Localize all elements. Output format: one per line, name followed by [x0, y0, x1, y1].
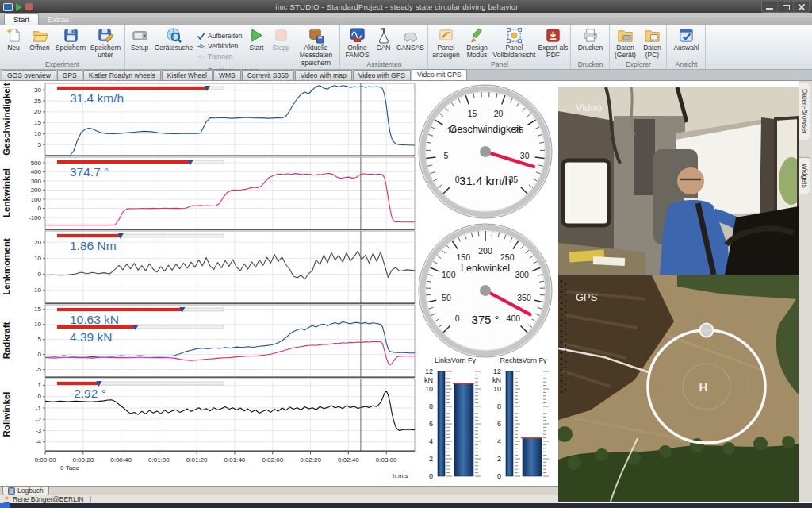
ribbon-button-setup[interactable]: Setup: [127, 25, 152, 67]
ribbon-button-cansas[interactable]: CANSAS: [394, 25, 426, 60]
gauge-hub: [480, 146, 491, 157]
start-play-icon: [248, 27, 265, 44]
bar-value: [454, 383, 473, 476]
y-tick-label: 5: [38, 141, 42, 148]
folder-device-icon: [617, 27, 634, 44]
logbuch-label: Logbuch: [17, 487, 44, 495]
ribbon-button-label: Öffnen: [29, 44, 49, 52]
ribbon-button-trennen[interactable]: Trennen: [197, 52, 242, 61]
strip-chart-lenkwinkel[interactable]: -1000100200300400500374.7 °Lenkwinkel: [0, 156, 420, 230]
page-tab-video-with-map[interactable]: Video with map: [295, 70, 352, 80]
bar-scale-label: 4: [429, 437, 433, 445]
ribbon-button-daten-pc-[interactable]: Daten (PC): [639, 25, 665, 60]
strip-chart-lenkmoment[interactable]: -10010201.86 NmLenkmoment: [0, 230, 420, 304]
ribbon-button-daten-gerät-[interactable]: Daten (Gerät): [611, 25, 638, 60]
ribbon-button-aufbereiten[interactable]: Aufbereiten: [197, 32, 242, 40]
ribbon-button-auswahl[interactable]: Auswahl: [668, 25, 703, 60]
run-icon[interactable]: [16, 3, 22, 11]
panel-fullscreen-icon: [506, 27, 523, 44]
ribbon-button-design-modus[interactable]: Design Modus: [462, 25, 491, 60]
ribbon-tab-start[interactable]: Start: [4, 13, 39, 25]
ribbon-button-panel-anzeigen[interactable]: Panel anzeigen: [430, 25, 462, 60]
ribbon-button-start[interactable]: Start: [244, 25, 268, 67]
stop-icon[interactable]: [25, 3, 33, 10]
channel-value: -2.92 °: [70, 387, 106, 400]
gps-position-marker: [700, 324, 714, 337]
ribbon-button-label: Gerätesuche: [155, 44, 193, 52]
video-panel-label: Video: [576, 102, 602, 114]
gauge-value: 375 °: [471, 313, 499, 326]
gps-panel: H GPS: [558, 275, 799, 502]
ribbon-button-gerätesuche[interactable]: Gerätesuche: [153, 25, 194, 67]
taskbar-strip: [0, 503, 812, 508]
ribbon-button-online-famos[interactable]: Online FAMOS: [342, 25, 372, 60]
y-tick-label: 0: [38, 351, 42, 358]
page-tab-video-with-gps[interactable]: Video with GPS: [353, 70, 411, 80]
strip-chart-geschwindigkeit[interactable]: 5101520253031.4 km/hGeschwindigkeit: [0, 83, 420, 156]
ribbon-button-drucken[interactable]: Drucken: [573, 25, 607, 60]
page-tab-gps[interactable]: GPS: [57, 70, 82, 80]
video-frame: Video: [558, 87, 799, 275]
page-tab-correvit-s350[interactable]: Correvit S350: [242, 70, 294, 80]
y-tick-label: 0: [38, 205, 42, 212]
side-tab-daten-browser[interactable]: Daten-Browser: [799, 83, 810, 140]
ribbon-button-aktuelle-messdaten-speichern[interactable]: Aktuelle Messdaten speichern: [293, 25, 338, 67]
gauge-scale-label: 400: [507, 314, 521, 323]
page-tab-gos-overview[interactable]: GOS overview: [2, 70, 56, 80]
ribbon-group-caption: Explorer: [611, 60, 665, 69]
x-tick-label: 0:02:40: [338, 456, 359, 464]
printer-icon: [582, 27, 599, 44]
ribbon-button-stopp[interactable]: Stopp: [269, 25, 293, 67]
y-tick-label: 15: [34, 119, 41, 126]
restore-button[interactable]: [778, 2, 794, 12]
ribbon-button-export-als-pdf[interactable]: Export als PDF: [537, 25, 569, 60]
ribbon-tab-extras[interactable]: Extras: [39, 14, 78, 25]
imc-logo-icon: [3, 3, 13, 11]
ribbon-button-speichern[interactable]: Speichern: [54, 25, 87, 60]
page-tab-kistler-wheel[interactable]: Kistler Wheel: [162, 70, 213, 80]
ribbon-button-neu[interactable]: Neu: [2, 25, 25, 60]
gauge-value: 31.4 km/h: [459, 174, 511, 187]
ribbon-group-caption: Assistenten: [342, 60, 426, 69]
y-tick-label: 10: [34, 255, 41, 262]
open-folder-icon: [32, 27, 48, 44]
ribbon-button-can[interactable]: CAN: [373, 25, 393, 60]
channel-name-label: Lenkwinkel: [2, 168, 11, 217]
close-button[interactable]: [794, 2, 809, 12]
y-tick-label: 200: [31, 187, 42, 194]
ribbon-button-label: Drucken: [578, 44, 603, 52]
bar-scale-label: 12: [493, 368, 501, 375]
ribbon-button-label: Daten (PC): [639, 44, 665, 60]
strip-chart-rollwinkel[interactable]: -4-3-2-101-2.92 °Rollwinkel: [0, 378, 420, 452]
gauge-scale-label: 20: [494, 109, 504, 118]
ribbon-group-drucken: DruckenDrucken: [571, 25, 610, 69]
axis-day-label: 0 Tage: [60, 464, 79, 471]
minimize-button[interactable]: [762, 2, 778, 12]
page-tab-wms[interactable]: WMS: [213, 70, 241, 80]
ribbon-button-speichern-unter[interactable]: Speichern unter: [88, 25, 123, 60]
page-tab-video-mit-gps[interactable]: Video mit GPS: [412, 69, 467, 80]
bar-value: [523, 438, 542, 476]
strip-chart-stack[interactable]: 5101520253031.4 km/hGeschwindigkeit-1000…: [0, 83, 420, 480]
ribbon-button-verbinden[interactable]: Verbinden: [197, 42, 242, 51]
time-axis: 0:00:000:00:200:00:400:01:000:01:200:01:…: [0, 452, 420, 480]
side-tab-widgets[interactable]: Widgets: [799, 157, 810, 194]
ribbon-button-öffnen[interactable]: Öffnen: [26, 25, 53, 60]
bar-meter-linksvorn-fy: LinksVorn Fy121086420kN: [421, 356, 489, 486]
gauge-scale-label: 50: [442, 293, 451, 302]
y-tick-label: 10: [34, 130, 41, 137]
channel-name-label: Lenkmoment: [2, 238, 11, 295]
bar-peak: [438, 371, 445, 476]
quick-access-toolbar: [0, 3, 33, 11]
axis-unit-label: h:m:s: [393, 472, 408, 479]
window-controls: [761, 2, 810, 13]
current-user-label: Rene Bünger@BERLIN: [13, 495, 83, 503]
ribbon-group-gerätesteuerung: SetupGerätesucheAufbereitenVerbindenTren…: [125, 25, 340, 69]
readout-slider-fill: [57, 308, 182, 311]
connect-plug-icon: [197, 42, 205, 51]
strip-chart-radkraft[interactable]: -505101510.63 kN4.39 kNRadkraft: [0, 304, 420, 378]
bar-scale-label: 8: [497, 402, 501, 410]
bar-scale-label: 0: [429, 472, 433, 480]
ribbon-button-panel-vollbildansicht[interactable]: Panel Vollbildansicht: [492, 25, 536, 60]
page-tab-kistler-roadyn-wheels[interactable]: Kistler Roadyn wheels: [83, 70, 161, 80]
